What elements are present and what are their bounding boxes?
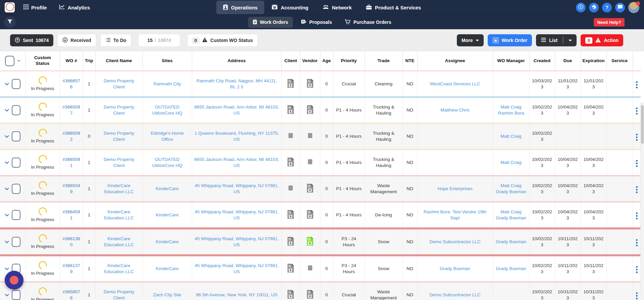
address-link[interactable]: 6655 Jackson Road, Ann Arbor, MI 48103, … [194, 104, 279, 116]
wo-number-link[interactable]: #3666576 [62, 78, 80, 89]
wo-manager-link[interactable]: Grady Boeman [496, 239, 526, 244]
vendor-invoice-icon[interactable]: $ [306, 111, 314, 116]
chat-button[interactable] [615, 3, 625, 12]
client-name-link[interactable]: Demo Property Client [104, 104, 134, 116]
row-menu-button[interactable] [635, 185, 639, 194]
row-checkbox[interactable] [12, 79, 20, 89]
chevron-down-icon[interactable] [5, 83, 9, 86]
settings-button[interactable] [589, 3, 599, 12]
add-work-order-button[interactable]: + Work Order [488, 34, 532, 46]
address-link[interactable]: 1 Queens Boulevard, Flushing, NY 11375, … [195, 131, 279, 142]
vendor-invoice-icon[interactable] [308, 266, 312, 271]
row-menu-button[interactable] [635, 106, 639, 116]
company-logo[interactable] [5, 2, 15, 12]
row-menu-button[interactable] [635, 133, 639, 142]
row-checkbox[interactable] [12, 131, 20, 141]
tab-work-orders[interactable]: Work Orders [248, 17, 293, 28]
chevron-down-icon[interactable] [5, 267, 9, 270]
nav-item-analytics[interactable]: Analytics [59, 4, 90, 10]
row-menu-button[interactable] [635, 159, 639, 168]
need-help-badge[interactable]: Need Help? [594, 18, 625, 27]
todo-button[interactable]: To Do [100, 34, 131, 47]
tab-accounting[interactable]: $ Accounting [265, 1, 315, 14]
address-link[interactable]: 45 Whippany Road, Whippany, NJ 07981, US [195, 263, 278, 274]
vendor-invoice-icon[interactable]: $ [306, 215, 314, 220]
wo-manager-link[interactable]: Matt Craig [500, 134, 521, 139]
action-button[interactable]: 0 Action [581, 34, 623, 46]
assignee-link[interactable]: Matthew Chris [440, 108, 469, 113]
site-link[interactable]: KinderCare [156, 266, 178, 271]
client-invoice-icon[interactable]: $ [287, 84, 294, 89]
wo-number-link[interactable]: #3665091 [62, 157, 80, 168]
wo-number-link[interactable]: #3661379 [62, 263, 80, 274]
chevron-down-icon[interactable] [5, 214, 9, 217]
row-menu-button[interactable] [635, 265, 639, 274]
site-link[interactable]: OUTDATED UtilizeCore HQ [152, 157, 182, 168]
row-menu-button[interactable] [635, 238, 639, 247]
row-checkbox[interactable] [12, 184, 20, 194]
address-link[interactable]: 6655 Jackson Road, Ann Arbor, MI 48103, … [194, 157, 279, 168]
tab-proposals[interactable]: Proposals [296, 17, 337, 28]
client-name-link[interactable]: Demo Property Client [104, 131, 134, 142]
wo-manager-link[interactable]: Matt Craig Grady Boeman [496, 183, 526, 194]
vendor-invoice-icon[interactable]: $ [306, 242, 314, 247]
assignee-link[interactable]: WestCoast Services LLC [430, 81, 480, 86]
client-invoice-icon[interactable]: $ [287, 163, 294, 168]
client-name-link[interactable]: KinderCare Education LLC [104, 236, 134, 247]
client-invoice-icon[interactable]: $ [287, 242, 294, 247]
vendor-invoice-icon[interactable] [308, 160, 312, 165]
client-name-link[interactable]: Demo Property Client [104, 78, 134, 89]
tab-purchase-orders[interactable]: Purchase Orders [340, 17, 396, 28]
received-button[interactable]: Received [57, 34, 96, 47]
chevron-down-icon[interactable] [5, 161, 9, 164]
client-invoice-icon[interactable]: $ [287, 111, 294, 116]
row-checkbox[interactable] [12, 158, 20, 168]
site-link[interactable]: Eldridge's Home Office [151, 131, 184, 142]
row-menu-button[interactable] [635, 211, 639, 220]
client-name-link[interactable]: KinderCare Education LLC [104, 263, 134, 274]
select-menu-caret-icon[interactable] [17, 60, 20, 62]
address-link[interactable]: 96 5th Avenue, New York, NY 10011, US [196, 292, 277, 297]
address-link[interactable]: 45 Whippany Road, Whippany, NJ 07981, US [195, 236, 278, 247]
vendor-invoice-icon[interactable] [308, 134, 312, 139]
select-all-checkbox[interactable] [5, 56, 14, 66]
client-invoice-icon[interactable] [288, 186, 293, 191]
wo-number-link[interactable]: #3658578 [62, 289, 80, 300]
row-checkbox[interactable] [12, 237, 20, 247]
help-button[interactable]: ? [602, 3, 612, 12]
nav-item-profile[interactable]: Profile [23, 4, 47, 10]
tab-product-services[interactable]: Product & Services [359, 1, 428, 14]
row-checkbox[interactable] [12, 105, 20, 115]
more-button[interactable]: More [457, 34, 483, 46]
wo-manager-link[interactable]: Matt Craig Rashim Bora [498, 104, 524, 116]
chevron-down-icon[interactable] [5, 109, 9, 112]
client-name-link[interactable]: Demo Property Client [104, 289, 134, 300]
wo-manager-link[interactable]: Grady Boeman [496, 266, 526, 271]
site-link[interactable]: OUTDATED UtilizeCore HQ [152, 104, 182, 116]
client-invoice-icon[interactable] [288, 134, 293, 139]
tab-network[interactable]: Network [316, 1, 358, 14]
site-link[interactable]: KinderCare [156, 186, 178, 191]
client-invoice-icon[interactable]: $ [287, 295, 294, 300]
client-invoice-icon[interactable]: $ [287, 215, 294, 220]
assignee-link[interactable]: Hope Enterprises [437, 186, 472, 191]
vertical-scrollbar[interactable] [640, 102, 644, 300]
client-name-link[interactable]: KinderCare Education LLC [104, 183, 134, 194]
client-name-link[interactable]: Demo Property Client [104, 157, 134, 168]
row-checkbox[interactable] [12, 210, 20, 220]
site-link[interactable]: KinderCare [156, 212, 178, 217]
assignee-link[interactable]: Demo Subcontractor LLC [429, 292, 480, 297]
site-link[interactable]: Zach City Site [153, 292, 181, 297]
chevron-down-icon[interactable] [5, 294, 9, 297]
custom-wo-status-button[interactable]: 0 Custom WO Status [187, 34, 258, 47]
chat-launcher-button[interactable] [5, 271, 23, 290]
assignee-link[interactable]: Demo Subcontractor LLC [429, 239, 480, 244]
wo-number-link[interactable]: #3664591 [62, 209, 80, 220]
wo-manager-link[interactable]: Matt Craig Grady Boeman [496, 209, 526, 220]
wo-number-link[interactable]: #3661380 [62, 236, 80, 247]
wo-number-link[interactable]: #3665092 [62, 131, 80, 142]
row-menu-button[interactable] [635, 80, 639, 89]
scrollbar-thumb[interactable] [641, 105, 644, 144]
vendor-invoice-icon[interactable]: $ [306, 84, 314, 89]
chevron-down-icon[interactable] [5, 187, 9, 190]
